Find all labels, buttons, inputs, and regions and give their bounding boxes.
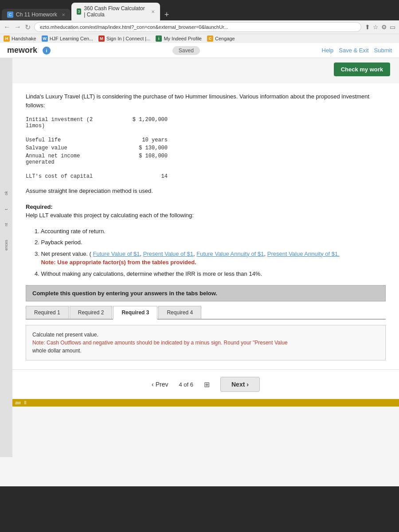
item3-note: Note: Use appropriate factor(s) from the… bbox=[41, 259, 196, 266]
toolbar-title: mework bbox=[7, 46, 37, 55]
tabs-instruction: Complete this question by entering your … bbox=[26, 285, 386, 301]
list-item-4: 4. Without making any calculations, dete… bbox=[35, 270, 386, 278]
sidebar-label-ences: ences bbox=[4, 240, 8, 250]
bookmark-indeed[interactable]: i My Indeed Profile bbox=[156, 35, 202, 42]
bookmark-cengage-label: Cengage bbox=[215, 36, 235, 41]
tab-content-note: Note: Cash Outflows and negative amounts… bbox=[32, 339, 379, 347]
save-exit-link[interactable]: Save & Exit bbox=[339, 47, 368, 54]
tab-label-ch11: Ch 11 Homework bbox=[16, 12, 57, 18]
handshake-icon: H bbox=[4, 35, 10, 42]
data-row-cost-capital: LLT's cost of capital 14 bbox=[26, 173, 386, 180]
sidebar-label-nt: nt bbox=[4, 223, 8, 227]
data-label-income: Annual net incomegenerated bbox=[26, 153, 123, 165]
tab-content-main: Calculate net present value. bbox=[32, 331, 379, 339]
star-icon[interactable]: ☆ bbox=[373, 23, 379, 31]
tab-label-cashflow: 360 Cash Flow Calculator | Calcula bbox=[84, 5, 146, 18]
bookmark-indeed-label: My Indeed Profile bbox=[164, 36, 202, 41]
refresh-icon[interactable]: ↻ bbox=[25, 23, 31, 31]
tab-buttons: Required 1 Required 2 Required 3 Require… bbox=[26, 306, 386, 320]
list-item-3: 3. Net present value. ( Future Value of … bbox=[35, 250, 386, 267]
data-value-life: 10 years bbox=[123, 137, 168, 143]
item3-text: Net present value. ( bbox=[41, 250, 91, 257]
data-row-life: Useful life 10 years bbox=[26, 137, 386, 143]
data-row-investment: Initial investment (2limos) $ 1,200,000 bbox=[26, 117, 386, 129]
tab-cash-flow[interactable]: 3 360 Cash Flow Calculator | Calcula ✕ bbox=[71, 3, 160, 20]
bookmark-handshake[interactable]: H Handshake bbox=[4, 35, 36, 42]
item2-num: 2. bbox=[35, 239, 41, 246]
tab-bar: C Ch 11 Homework ✕ 3 360 Cash Flow Calcu… bbox=[0, 0, 399, 20]
link-pv1[interactable]: Present Value of $1 bbox=[143, 250, 193, 257]
data-value-cost-capital: 14 bbox=[123, 173, 168, 180]
tab-ch11[interactable]: C Ch 11 Homework ✕ bbox=[2, 9, 70, 20]
tab-required2[interactable]: Required 2 bbox=[70, 306, 113, 319]
tab-content: Calculate net present value. Note: Cash … bbox=[26, 325, 386, 360]
required-header: Required: Help LLT evaluate this project… bbox=[26, 203, 386, 220]
item1-num: 1. bbox=[35, 228, 41, 235]
indeed-icon: i bbox=[156, 35, 162, 42]
data-table: Initial investment (2limos) $ 1,200,000 … bbox=[26, 117, 386, 180]
prev-button[interactable]: ‹ Prev bbox=[152, 381, 168, 388]
signin-icon: M bbox=[98, 35, 105, 42]
page-indicator: 4 of 6 bbox=[179, 381, 193, 388]
cengage-icon: C bbox=[207, 35, 213, 42]
main-toolbar: mework i Saved Help Save & Exit Submit bbox=[0, 43, 399, 58]
check-my-work-button[interactable]: Check my work bbox=[334, 63, 390, 76]
tab-close-cashflow[interactable]: ✕ bbox=[151, 9, 155, 14]
bookmark-cengage[interactable]: C Cengage bbox=[207, 35, 235, 42]
tab-required3[interactable]: Required 3 bbox=[113, 306, 157, 320]
bookmarks-bar: H Handshake W HJF Learning Cen... M Sign… bbox=[0, 34, 399, 43]
forward-icon[interactable]: → bbox=[14, 23, 21, 31]
submit-link[interactable]: Submit bbox=[374, 47, 392, 54]
back-icon[interactable]: ← bbox=[4, 23, 11, 31]
address-icons: ⬆ ☆ ⚙ ▭ bbox=[365, 23, 395, 31]
share-icon[interactable]: ⬆ bbox=[365, 23, 370, 31]
data-row-salvage: Salvage value $ 130,000 bbox=[26, 145, 386, 151]
page-total: 6 bbox=[190, 381, 193, 388]
tab-favicon-ch11: C bbox=[7, 12, 13, 18]
tab-content-note2: whole dollar amount. bbox=[32, 347, 379, 355]
required-label: Required: bbox=[26, 203, 53, 210]
help-link[interactable]: Help bbox=[322, 47, 334, 54]
page-current: 4 bbox=[179, 381, 182, 388]
data-value-salvage: $ 130,000 bbox=[123, 145, 168, 151]
next-button[interactable]: Next › bbox=[220, 377, 260, 392]
bottom-label1: aw bbox=[15, 400, 21, 405]
data-label-investment: Initial investment (2limos) bbox=[26, 117, 123, 129]
data-label-life: Useful life bbox=[26, 137, 123, 143]
bookmark-hjf[interactable]: W HJF Learning Cen... bbox=[42, 35, 93, 42]
item4-num: 4. bbox=[35, 270, 41, 277]
address-input[interactable] bbox=[34, 22, 361, 32]
tab-required1[interactable]: Required 1 bbox=[26, 306, 69, 319]
grid-icon[interactable]: ⊞ bbox=[204, 380, 210, 389]
check-work-row: Check my work bbox=[12, 58, 399, 76]
numbered-list: 1. Accounting rate of return. 2. Payback… bbox=[35, 227, 386, 278]
sidebar-label-t: t bbox=[4, 209, 8, 210]
window-icon[interactable]: ▭ bbox=[390, 23, 395, 31]
link-fv1[interactable]: Future Value of $1 bbox=[93, 250, 140, 257]
bookmark-hjf-label: HJF Learning Cen... bbox=[50, 36, 93, 41]
browser-chrome: C Ch 11 Homework ✕ 3 360 Cash Flow Calcu… bbox=[0, 0, 399, 43]
new-tab-button[interactable]: + bbox=[161, 10, 173, 20]
item2-text: Payback period. bbox=[41, 239, 82, 246]
tab-required4[interactable]: Required 4 bbox=[158, 306, 201, 319]
bottom-nav: ‹ Prev 4 of 6 ⊞ Next › bbox=[12, 369, 399, 399]
saved-badge: Saved bbox=[172, 46, 200, 55]
bookmark-signin[interactable]: M Sign In | Connect |... bbox=[98, 35, 150, 42]
bookmark-signin-label: Sign In | Connect |... bbox=[106, 36, 150, 41]
sidebar-label-ok: ok bbox=[4, 191, 8, 196]
left-sidebar: ok t nt ences bbox=[0, 58, 12, 457]
data-label-salvage: Salvage value bbox=[26, 145, 123, 151]
toolbar-info-icon[interactable]: i bbox=[43, 47, 51, 55]
link-pva1[interactable]: Present Value Annuity of $1. bbox=[267, 250, 340, 257]
data-value-income: $ 108,000 bbox=[123, 153, 168, 159]
item3-num: 3. bbox=[35, 250, 41, 257]
problem-intro: Linda's Luxury Travel (LLT) is consideri… bbox=[26, 92, 386, 110]
link-fva1[interactable]: Future Value Annuity of $1 bbox=[196, 250, 264, 257]
bottom-yellow-bar: aw ll bbox=[12, 399, 399, 407]
tab-favicon-cashflow: 3 bbox=[77, 8, 82, 15]
main-right: Check my work Linda's Luxury Travel (LLT… bbox=[12, 58, 399, 457]
tab-close-ch11[interactable]: ✕ bbox=[62, 12, 65, 17]
tab-note-red: Note: Cash Outflows and negative amounts… bbox=[32, 340, 288, 346]
bookmark-handshake-label: Handshake bbox=[12, 36, 36, 41]
extension-icon[interactable]: ⚙ bbox=[381, 23, 387, 31]
